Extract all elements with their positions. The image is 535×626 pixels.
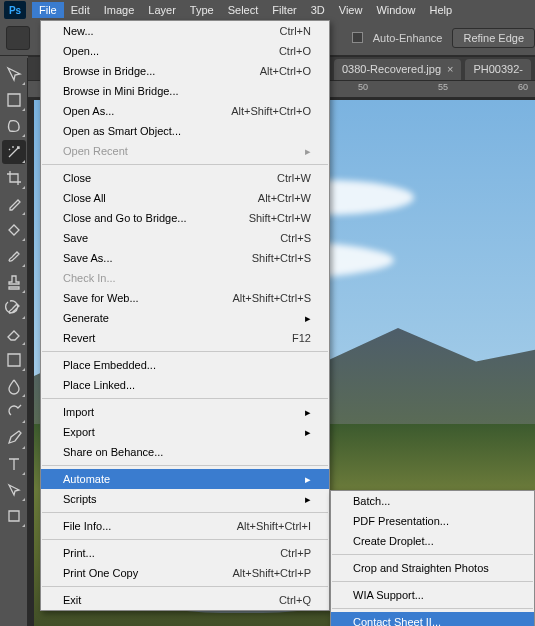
menu-item-open-[interactable]: Open...Ctrl+O <box>41 41 329 61</box>
menu-separator <box>332 581 533 582</box>
menu-item-label: Scripts <box>63 493 97 505</box>
dodge-tool[interactable] <box>2 400 26 424</box>
menu-item-scripts[interactable]: Scripts▸ <box>41 489 329 509</box>
type-tool[interactable] <box>2 452 26 476</box>
shortcut-label: Shift+Ctrl+W <box>209 212 311 224</box>
shortcut-label: Alt+Shift+Ctrl+P <box>192 567 311 579</box>
gradient-tool[interactable] <box>2 348 26 372</box>
eyedropper-tool[interactable] <box>2 192 26 216</box>
menu-image[interactable]: Image <box>97 2 142 18</box>
menu-item-wia-support-[interactable]: WIA Support... <box>331 585 534 605</box>
magic-wand-tool[interactable] <box>2 140 26 164</box>
healing-tool[interactable] <box>2 218 26 242</box>
menu-item-browse-in-bridge-[interactable]: Browse in Bridge...Alt+Ctrl+O <box>41 61 329 81</box>
menu-item-save-for-web-[interactable]: Save for Web...Alt+Shift+Ctrl+S <box>41 288 329 308</box>
brush-tool[interactable] <box>2 244 26 268</box>
menu-item-place-linked-[interactable]: Place Linked... <box>41 375 329 395</box>
menu-item-label: Open... <box>63 45 99 57</box>
menu-type[interactable]: Type <box>183 2 221 18</box>
automate-submenu: Batch...PDF Presentation...Create Drople… <box>330 490 535 626</box>
move-tool[interactable] <box>2 62 26 86</box>
menu-layer[interactable]: Layer <box>141 2 183 18</box>
eraser-tool[interactable] <box>2 322 26 346</box>
menu-item-label: Place Embedded... <box>63 359 156 371</box>
menu-item-file-info-[interactable]: File Info...Alt+Shift+Ctrl+I <box>41 516 329 536</box>
menu-item-share-on-behance-[interactable]: Share on Behance... <box>41 442 329 462</box>
lasso-tool[interactable] <box>2 114 26 138</box>
menu-item-crop-and-straighten-photos[interactable]: Crop and Straighten Photos <box>331 558 534 578</box>
menu-item-exit[interactable]: ExitCtrl+Q <box>41 590 329 610</box>
menu-item-export[interactable]: Export▸ <box>41 422 329 442</box>
menu-item-revert[interactable]: RevertF12 <box>41 328 329 348</box>
menu-item-browse-in-mini-bridge-[interactable]: Browse in Mini Bridge... <box>41 81 329 101</box>
menu-item-open-as-smart-object-[interactable]: Open as Smart Object... <box>41 121 329 141</box>
menu-item-close-all[interactable]: Close AllAlt+Ctrl+W <box>41 188 329 208</box>
menu-separator <box>42 398 328 399</box>
menu-item-new-[interactable]: New...Ctrl+N <box>41 21 329 41</box>
menu-item-label: Contact Sheet II... <box>353 616 441 626</box>
path-select-tool[interactable] <box>2 478 26 502</box>
refine-edge-button[interactable]: Refine Edge <box>452 28 535 48</box>
menu-filter[interactable]: Filter <box>265 2 303 18</box>
menu-select[interactable]: Select <box>221 2 266 18</box>
shortcut-label: Ctrl+N <box>240 25 311 37</box>
menu-file[interactable]: File <box>32 2 64 18</box>
menu-item-pdf-presentation-[interactable]: PDF Presentation... <box>331 511 534 531</box>
menu-item-label: Browse in Mini Bridge... <box>63 85 179 97</box>
blur-tool[interactable] <box>2 374 26 398</box>
menu-item-create-droplet-[interactable]: Create Droplet... <box>331 531 534 551</box>
menu-item-label: Save <box>63 232 88 244</box>
menu-item-label: Open Recent <box>63 145 128 157</box>
menu-window[interactable]: Window <box>369 2 422 18</box>
menu-separator <box>42 465 328 466</box>
menu-item-label: File Info... <box>63 520 111 532</box>
menu-item-label: Print... <box>63 547 95 559</box>
menu-item-label: Export <box>63 426 95 438</box>
menu-item-automate[interactable]: Automate▸ <box>41 469 329 489</box>
pen-tool[interactable] <box>2 426 26 450</box>
menu-3d[interactable]: 3D <box>304 2 332 18</box>
stamp-tool[interactable] <box>2 270 26 294</box>
close-icon[interactable]: × <box>447 63 453 75</box>
history-brush-tool[interactable] <box>2 296 26 320</box>
ruler-mark: 50 <box>358 82 368 92</box>
menu-separator <box>332 554 533 555</box>
auto-enhance-checkbox[interactable] <box>352 32 363 43</box>
shortcut-label: Shift+Ctrl+S <box>212 252 311 264</box>
menu-item-save-as-[interactable]: Save As...Shift+Ctrl+S <box>41 248 329 268</box>
menu-edit[interactable]: Edit <box>64 2 97 18</box>
menu-item-label: Exit <box>63 594 81 606</box>
menu-item-batch-[interactable]: Batch... <box>331 491 534 511</box>
ruler-mark: 55 <box>438 82 448 92</box>
ruler-mark: 60 <box>518 82 528 92</box>
menu-item-label: Revert <box>63 332 95 344</box>
crop-tool[interactable] <box>2 166 26 190</box>
rectangle-tool[interactable] <box>2 504 26 528</box>
menu-separator <box>42 586 328 587</box>
menu-item-label: PDF Presentation... <box>353 515 449 527</box>
shortcut-label: Alt+Shift+Ctrl+S <box>192 292 311 304</box>
menu-item-print-[interactable]: Print...Ctrl+P <box>41 543 329 563</box>
submenu-arrow-icon: ▸ <box>265 493 311 506</box>
document-tab[interactable]: PH00392- <box>465 59 531 80</box>
menu-item-place-embedded-[interactable]: Place Embedded... <box>41 355 329 375</box>
menu-item-label: Save for Web... <box>63 292 139 304</box>
menu-item-label: Automate <box>63 473 110 485</box>
menu-item-close[interactable]: CloseCtrl+W <box>41 168 329 188</box>
menu-item-import[interactable]: Import▸ <box>41 402 329 422</box>
menu-item-label: Create Droplet... <box>353 535 434 547</box>
marquee-tool[interactable] <box>2 88 26 112</box>
menu-item-generate[interactable]: Generate▸ <box>41 308 329 328</box>
document-tab[interactable]: 0380-Recovered.jpg× <box>334 59 462 80</box>
menu-help[interactable]: Help <box>423 2 460 18</box>
menu-item-save[interactable]: SaveCtrl+S <box>41 228 329 248</box>
tool-preset-icon[interactable] <box>6 26 30 50</box>
menu-item-label: Batch... <box>353 495 390 507</box>
menu-item-close-and-go-to-bridge-[interactable]: Close and Go to Bridge...Shift+Ctrl+W <box>41 208 329 228</box>
menu-view[interactable]: View <box>332 2 370 18</box>
menu-item-open-as-[interactable]: Open As...Alt+Shift+Ctrl+O <box>41 101 329 121</box>
menu-item-print-one-copy[interactable]: Print One CopyAlt+Shift+Ctrl+P <box>41 563 329 583</box>
menu-item-contact-sheet-ii-[interactable]: Contact Sheet II... <box>331 612 534 626</box>
menu-item-label: New... <box>63 25 94 37</box>
submenu-arrow-icon: ▸ <box>265 145 311 158</box>
